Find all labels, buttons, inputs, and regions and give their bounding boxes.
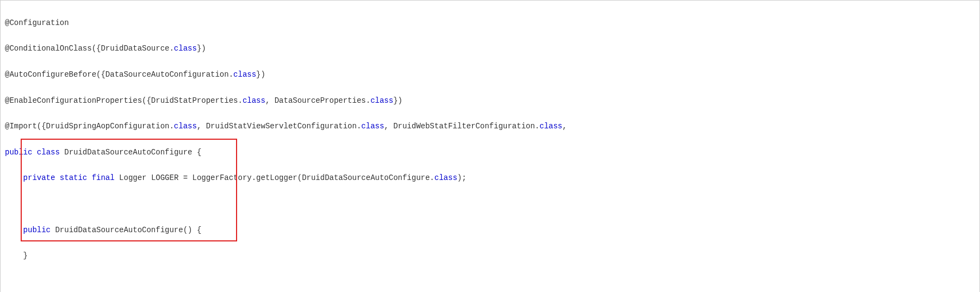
keyword: class xyxy=(174,122,197,131)
token: }) xyxy=(256,70,265,79)
keyword: class xyxy=(37,148,60,157)
token: , DruidWebStatFilterConfiguration. xyxy=(384,122,539,131)
keyword: class xyxy=(233,70,256,79)
keyword: class xyxy=(539,122,562,131)
token: , xyxy=(562,122,567,131)
token xyxy=(5,173,23,182)
keyword: class xyxy=(174,44,197,53)
code-line: @Configuration xyxy=(5,17,975,30)
keyword: static xyxy=(60,173,87,182)
token: @Import({DruidSpringAopConfiguration. xyxy=(5,122,174,131)
token: @EnableConfigurationProperties({DruidSta… xyxy=(5,96,243,105)
token: DruidDataSourceAutoConfigure() { xyxy=(51,226,201,234)
token: DruidDataSourceAutoConfigure { xyxy=(60,148,201,157)
code-line: } xyxy=(5,250,975,263)
token: , DruidStatViewServletConfiguration. xyxy=(197,122,361,131)
code-line: @AutoConfigureBefore({DataSourceAutoConf… xyxy=(5,69,975,82)
token: }) xyxy=(197,44,206,53)
keyword: class xyxy=(370,96,393,105)
token: @ConditionalOnClass({DruidDataSource. xyxy=(5,44,174,53)
code-line: public class DruidDataSourceAutoConfigur… xyxy=(5,146,975,159)
keyword: private xyxy=(23,173,55,182)
token: } xyxy=(5,251,28,260)
token xyxy=(87,173,91,182)
token xyxy=(5,277,9,286)
keyword: class xyxy=(243,96,265,105)
code-line: private static final Logger LOGGER = Log… xyxy=(5,172,975,185)
code-block: @Configuration @ConditionalOnClass({Drui… xyxy=(0,0,980,292)
token: Logger LOGGER = LoggerFactory.getLogger(… xyxy=(115,173,435,182)
token: ); xyxy=(457,173,467,182)
token: @Configuration xyxy=(5,18,69,27)
code-line xyxy=(5,276,975,289)
token: @AutoConfigureBefore({DataSourceAutoConf… xyxy=(5,70,233,79)
keyword: final xyxy=(92,173,115,182)
keyword: class xyxy=(435,173,457,182)
token xyxy=(5,226,23,234)
code-line: public DruidDataSourceAutoConfigure() { xyxy=(5,224,975,237)
code-line: @EnableConfigurationProperties({DruidSta… xyxy=(5,95,975,108)
keyword: public xyxy=(5,148,32,157)
code-line: @ConditionalOnClass({DruidDataSource.cla… xyxy=(5,42,975,55)
token: , DataSourceProperties. xyxy=(265,96,370,105)
token xyxy=(5,200,9,208)
keyword: class xyxy=(361,122,384,131)
token xyxy=(32,148,36,157)
token xyxy=(55,173,59,182)
code-line xyxy=(5,198,975,211)
keyword: public xyxy=(23,226,51,234)
token: }) xyxy=(393,96,402,105)
code-line: @Import({DruidSpringAopConfiguration.cla… xyxy=(5,120,975,133)
